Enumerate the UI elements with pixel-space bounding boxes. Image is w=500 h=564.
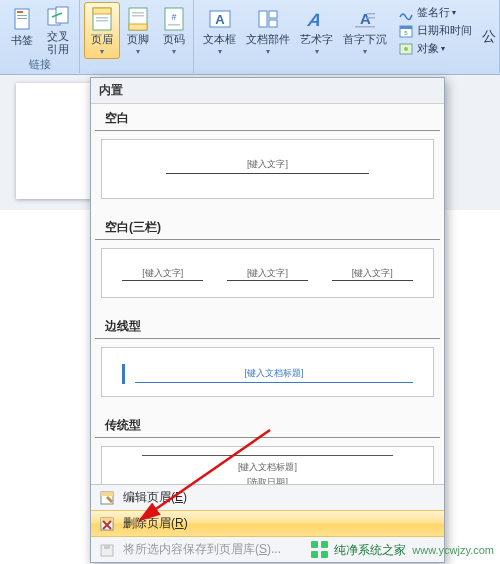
- textbox-label: 文本框: [203, 33, 236, 46]
- gallery-item-traditional[interactable]: [键入文档标题] [选取日期]: [101, 446, 434, 484]
- preview-placeholder: [键入文字]: [142, 268, 183, 278]
- parts-label: 文档部件: [246, 33, 290, 46]
- wordart-label: 艺术字: [300, 33, 333, 46]
- ribbon-truncated: 公: [482, 0, 500, 73]
- signature-label: 签名行: [417, 5, 450, 20]
- bookmark-button[interactable]: 书签: [4, 2, 40, 59]
- gallery-category-header: 内置: [91, 78, 444, 104]
- svg-rect-25: [367, 17, 375, 19]
- svg-rect-24: [367, 13, 375, 15]
- svg-text:A: A: [305, 10, 322, 30]
- svg-rect-19: [259, 11, 267, 27]
- remove-icon: [99, 516, 115, 532]
- dropcap-button[interactable]: A 首字下沉 ▾: [338, 2, 392, 59]
- watermark-logo-icon: [310, 540, 330, 560]
- bookmark-icon: [8, 5, 36, 33]
- textbox-icon: A: [206, 5, 234, 32]
- links-group-label: 链接: [0, 57, 79, 72]
- svg-rect-26: [355, 26, 375, 28]
- ribbon-group-links: 书签 交叉 引用 链接: [0, 0, 80, 73]
- calendar-icon: 5: [398, 23, 414, 39]
- svg-rect-13: [132, 15, 144, 17]
- svg-rect-8: [96, 17, 108, 19]
- edit-header-label: 编辑页眉(E): [123, 489, 187, 506]
- bookmark-label: 书签: [11, 34, 33, 47]
- crossref-label: 交叉 引用: [47, 30, 69, 56]
- preview-placeholder: [键入文字]: [247, 268, 288, 278]
- crossref-button[interactable]: 交叉 引用: [40, 2, 76, 59]
- gallery-section-sideline: 边线型: [95, 312, 440, 339]
- chevron-down-icon: ▾: [246, 47, 290, 56]
- remove-header-button[interactable]: 删除页眉(R): [91, 510, 444, 537]
- chevron-down-icon: ▾: [89, 47, 115, 56]
- wordart-icon: A: [303, 5, 331, 32]
- object-icon: [398, 41, 414, 57]
- object-button[interactable]: 对象 ▾: [396, 40, 474, 58]
- chevron-down-icon: ▾: [343, 47, 387, 56]
- svg-rect-1: [17, 11, 23, 13]
- save-icon: [99, 542, 115, 558]
- chevron-down-icon: ▾: [125, 47, 151, 56]
- svg-rect-16: [168, 24, 180, 26]
- crossref-icon: [44, 5, 72, 29]
- chevron-down-icon: ▾: [161, 47, 187, 56]
- svg-rect-41: [311, 551, 318, 558]
- header-icon: [88, 5, 116, 32]
- gallery-item-blank3[interactable]: [键入文字] [键入文字] [键入文字]: [101, 248, 434, 298]
- gallery-scroll-area[interactable]: 空白 [键入文字] 空白(三栏) [键入文字] [键入文字] [键入文字] 边线…: [91, 104, 444, 484]
- parts-icon: [254, 5, 282, 32]
- svg-rect-42: [321, 551, 328, 558]
- parts-button[interactable]: 文档部件 ▾: [241, 2, 295, 59]
- ribbon: 书签 交叉 引用 链接 页眉 ▾ 页脚 ▾ #: [0, 0, 500, 75]
- pagenum-label: 页码: [163, 33, 185, 46]
- document-page[interactable]: [16, 83, 94, 199]
- pagenum-button[interactable]: # 页码 ▾: [156, 2, 192, 59]
- preview-placeholder: [键入文字]: [247, 158, 288, 171]
- svg-rect-20: [269, 11, 277, 18]
- ribbon-group-text: A 文本框 ▾ 文档部件 ▾ A 艺术字 ▾ A 首字下沉 ▾: [194, 0, 500, 73]
- header-gallery-dropdown: 内置 空白 [键入文字] 空白(三栏) [键入文字] [键入文字] [键入文字]…: [90, 77, 445, 563]
- chevron-down-icon: ▾: [203, 47, 236, 56]
- gallery-section-blank3: 空白(三栏): [95, 213, 440, 240]
- svg-rect-39: [311, 541, 318, 548]
- svg-rect-3: [17, 18, 27, 19]
- pagenum-icon: #: [160, 5, 188, 32]
- ribbon-group-headerfooter: 页眉 ▾ 页脚 ▾ # 页码 ▾: [80, 0, 194, 73]
- dropcap-icon: A: [351, 5, 379, 32]
- chevron-down-icon: ▾: [300, 47, 333, 56]
- svg-text:#: #: [171, 12, 176, 22]
- signature-icon: [398, 5, 414, 21]
- gallery-item-blank[interactable]: [键入文字]: [101, 139, 434, 199]
- footer-icon: [124, 5, 152, 32]
- textbox-button[interactable]: A 文本框 ▾: [198, 2, 241, 59]
- gallery-section-traditional: 传统型: [95, 411, 440, 438]
- svg-rect-33: [101, 492, 113, 496]
- svg-rect-28: [400, 26, 412, 29]
- footer-button[interactable]: 页脚 ▾: [120, 2, 156, 59]
- object-label: 对象: [417, 41, 439, 56]
- svg-rect-40: [321, 541, 328, 548]
- remove-header-label: 删除页眉(R): [123, 515, 188, 532]
- edit-header-button[interactable]: 编辑页眉(E): [91, 485, 444, 510]
- chevron-down-icon: ▾: [441, 44, 445, 53]
- text-group-extras: 签名行 ▾ 5 日期和时间 对象 ▾: [392, 2, 478, 59]
- header-button[interactable]: 页眉 ▾: [84, 2, 120, 59]
- svg-rect-12: [132, 12, 144, 14]
- watermark-url: www.ycwjzy.com: [412, 544, 494, 556]
- datetime-button[interactable]: 5 日期和时间: [396, 22, 474, 40]
- svg-rect-37: [104, 545, 110, 549]
- svg-text:A: A: [215, 12, 225, 27]
- watermark: 纯净系统之家 www.ycwjzy.com: [310, 540, 494, 560]
- preview-placeholder: [键入文档标题]: [244, 368, 303, 378]
- preview-placeholder: [选取日期]: [247, 477, 288, 484]
- watermark-text: 纯净系统之家: [334, 542, 406, 559]
- signature-button[interactable]: 签名行 ▾: [396, 4, 474, 22]
- gallery-item-sideline[interactable]: [键入文档标题]: [101, 347, 434, 397]
- svg-rect-2: [17, 15, 27, 16]
- dropcap-label: 首字下沉: [343, 33, 387, 46]
- wordart-button[interactable]: A 艺术字 ▾: [295, 2, 338, 59]
- preview-placeholder: [键入文字]: [352, 268, 393, 278]
- edit-icon: [99, 490, 115, 506]
- datetime-label: 日期和时间: [417, 23, 472, 38]
- gallery-section-blank: 空白: [95, 104, 440, 131]
